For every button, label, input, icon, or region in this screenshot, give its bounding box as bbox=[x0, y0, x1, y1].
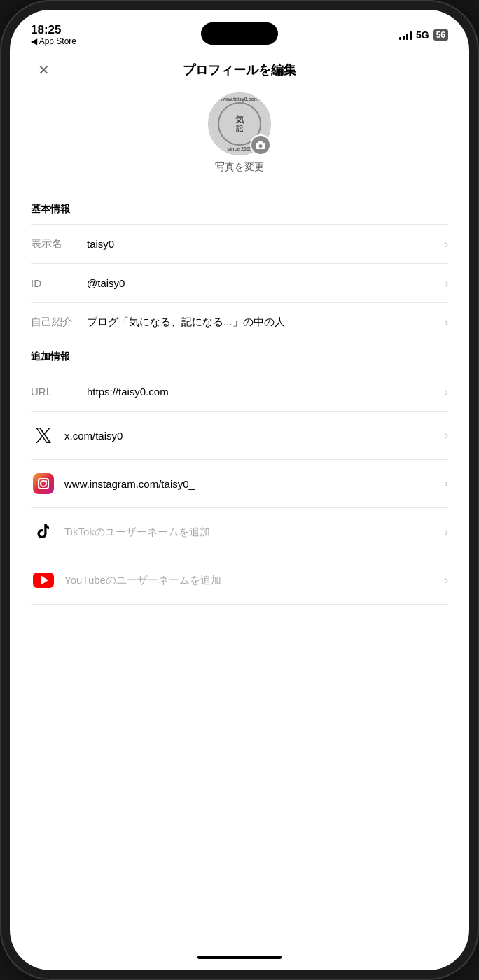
chevron-icon: › bbox=[439, 429, 448, 442]
svg-point-1 bbox=[259, 144, 263, 148]
bio-row[interactable]: 自己紹介 ブログ「気になる、記になる...」の中の人 › bbox=[31, 303, 448, 342]
battery: 56 bbox=[433, 29, 448, 41]
instagram-icon-wrapper bbox=[31, 471, 56, 496]
signal-bars bbox=[399, 30, 412, 40]
youtube-icon bbox=[33, 573, 54, 588]
avatar-section: www.taisy0.com 気 記 since 2005 bbox=[31, 92, 448, 174]
page-header: ✕ プロフィールを編集 bbox=[31, 50, 448, 92]
basic-info-section-label: 基本情報 bbox=[31, 195, 448, 221]
chevron-icon: › bbox=[439, 316, 448, 329]
home-indicator bbox=[197, 955, 282, 959]
tiktok-placeholder: TikTokのユーザーネームを追加 bbox=[64, 526, 439, 539]
chevron-icon: › bbox=[439, 277, 448, 290]
youtube-icon-wrapper bbox=[31, 568, 56, 593]
additional-info-section-label: 追加情報 bbox=[31, 342, 448, 369]
close-button[interactable]: ✕ bbox=[31, 57, 56, 83]
display-name-label: 表示名 bbox=[31, 237, 87, 251]
url-value: https://taisy0.com bbox=[87, 386, 439, 398]
bottom-spacer bbox=[31, 605, 448, 661]
chevron-icon: › bbox=[439, 574, 448, 587]
status-time: 18:25 bbox=[31, 24, 61, 37]
camera-icon bbox=[255, 140, 266, 150]
bio-value: ブログ「気になる、記になる...」の中の人 bbox=[87, 316, 439, 329]
chevron-icon: › bbox=[439, 477, 448, 490]
instagram-value: www.instagram.com/taisy0_ bbox=[64, 478, 439, 490]
display-name-value: taisy0 bbox=[87, 238, 439, 250]
avatar-wrapper[interactable]: www.taisy0.com 気 記 since 2005 bbox=[208, 92, 271, 155]
youtube-placeholder: YouTubeのユーザーネームを追加 bbox=[64, 574, 439, 587]
instagram-row[interactable]: www.instagram.com/taisy0_ › bbox=[31, 460, 448, 508]
stamp-kanji1: 気 bbox=[235, 115, 244, 124]
tiktok-icon bbox=[35, 523, 52, 541]
url-label: URL bbox=[31, 386, 87, 398]
phone-frame: 18:25 ◀ App Store 5G 56 bbox=[0, 0, 479, 980]
chevron-icon: › bbox=[439, 386, 448, 398]
tiktok-icon-wrapper bbox=[31, 519, 56, 545]
battery-percentage: 56 bbox=[433, 29, 448, 41]
id-label: ID bbox=[31, 277, 87, 289]
close-icon: ✕ bbox=[38, 62, 50, 78]
x-twitter-icon bbox=[36, 428, 51, 443]
display-name-row[interactable]: 表示名 taisy0 › bbox=[31, 225, 448, 264]
signal-bar-4 bbox=[410, 31, 412, 40]
x-icon-wrapper bbox=[31, 423, 56, 448]
ig-dot bbox=[45, 480, 47, 482]
stamp-top-text: www.taisy0.com bbox=[221, 97, 258, 102]
signal-bar-2 bbox=[403, 36, 405, 40]
url-row[interactable]: URL https://taisy0.com › bbox=[31, 372, 448, 412]
page-title: プロフィールを編集 bbox=[183, 62, 296, 78]
id-value: @taisy0 bbox=[87, 277, 439, 289]
camera-badge[interactable] bbox=[250, 134, 271, 155]
status-right: 5G 56 bbox=[399, 29, 448, 41]
status-bar: 18:25 ◀ App Store 5G 56 bbox=[10, 10, 469, 50]
x-value: x.com/taisy0 bbox=[64, 430, 439, 442]
x-row[interactable]: x.com/taisy0 › bbox=[31, 412, 448, 460]
change-photo-label[interactable]: 写真を変更 bbox=[215, 161, 264, 174]
status-left: 18:25 ◀ App Store bbox=[31, 24, 76, 47]
id-row[interactable]: ID @taisy0 › bbox=[31, 264, 448, 303]
status-back[interactable]: ◀ App Store bbox=[31, 36, 76, 46]
chevron-icon: › bbox=[439, 526, 448, 538]
content-area: ✕ プロフィールを編集 www.taisy0.com 気 記 bbox=[10, 50, 469, 970]
instagram-icon bbox=[33, 473, 54, 494]
youtube-row[interactable]: YouTubeのユーザーネームを追加 › bbox=[31, 556, 448, 605]
bio-label: 自己紹介 bbox=[31, 316, 87, 329]
stamp-bottom-text: since 2005 bbox=[227, 146, 251, 151]
tiktok-row[interactable]: TikTokのユーザーネームを追加 › bbox=[31, 508, 448, 556]
stamp-kanji2: 記 bbox=[236, 124, 243, 134]
ig-inner bbox=[38, 478, 49, 489]
signal-bar-3 bbox=[406, 34, 408, 40]
network-label: 5G bbox=[416, 29, 429, 41]
svg-rect-2 bbox=[258, 141, 263, 144]
chevron-icon: › bbox=[439, 238, 448, 251]
signal-bar-1 bbox=[399, 37, 401, 40]
phone-screen: 18:25 ◀ App Store 5G 56 bbox=[10, 10, 469, 970]
youtube-play-icon bbox=[41, 575, 48, 585]
